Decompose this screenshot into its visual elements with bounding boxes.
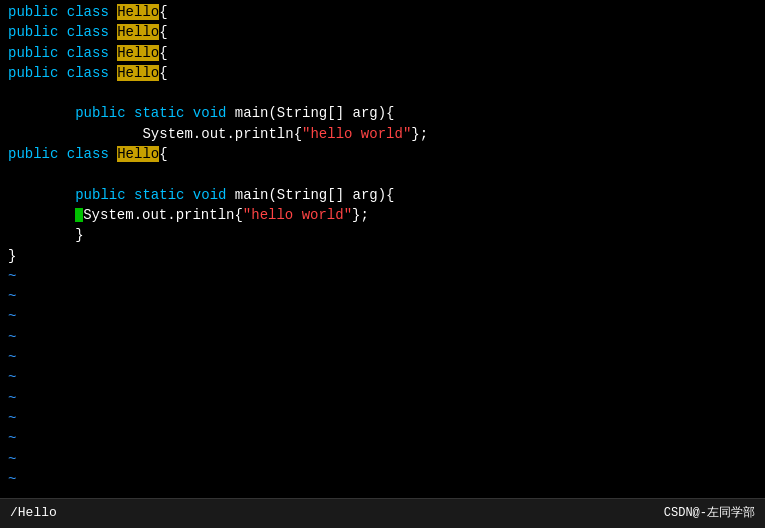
tilde-line: ~ [8, 428, 757, 448]
code-editor[interactable]: public class Hello{ public class Hello{ … [0, 0, 765, 498]
tilde-line: ~ [8, 367, 757, 387]
status-filename: /Hello [10, 504, 57, 523]
tilde-line: ~ [8, 286, 757, 306]
code-line: System.out.println{"hello world"}; [8, 205, 757, 225]
code-line: public class Hello{ [8, 63, 757, 83]
tilde-line: ~ [8, 347, 757, 367]
status-bar: /Hello CSDN@-左同学部 [0, 498, 765, 528]
code-line: public static void main(String[] arg){ [8, 103, 757, 123]
tilde-line: ~ [8, 408, 757, 428]
status-info: CSDN@-左同学部 [664, 505, 755, 522]
tilde-line: ~ [8, 327, 757, 347]
tilde-line: ~ [8, 469, 757, 489]
tilde-line: ~ [8, 449, 757, 469]
code-line: public class Hello{ [8, 144, 757, 164]
tilde-line: ~ [8, 388, 757, 408]
code-line: } [8, 225, 757, 245]
code-line: public class Hello{ [8, 22, 757, 42]
code-line: public static void main(String[] arg){ [8, 185, 757, 205]
code-line: System.out.println{"hello world"}; [8, 124, 757, 144]
tilde-line: ~ [8, 306, 757, 326]
code-line [8, 83, 757, 103]
code-line: } [8, 246, 757, 266]
cursor [75, 208, 83, 222]
tilde-line: ~ [8, 266, 757, 286]
code-line: public class Hello{ [8, 2, 757, 22]
code-line: public class Hello{ [8, 43, 757, 63]
code-line [8, 164, 757, 184]
